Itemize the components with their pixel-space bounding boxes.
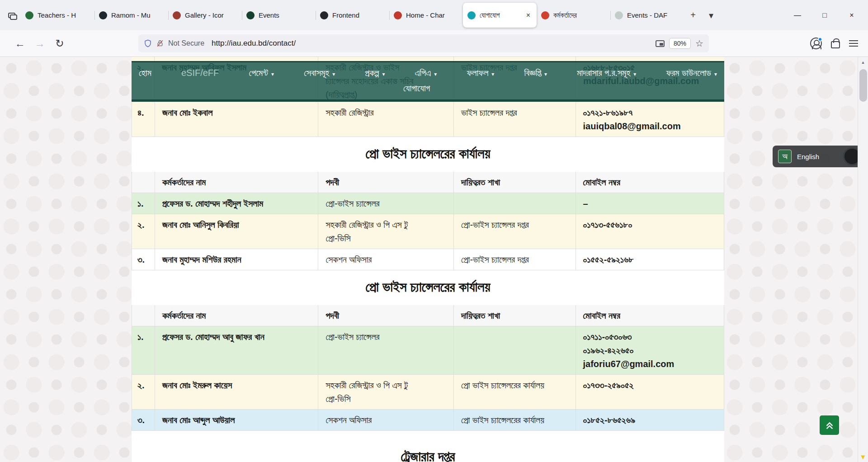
nav-projects[interactable]: প্রকল্প xyxy=(365,68,385,78)
url-text[interactable]: http://iau.edu.bd/contact/ xyxy=(212,39,651,48)
table-header-row: কর্মকর্তাদের নাম পদবী দায়িত্বরত শাখা মো… xyxy=(132,172,724,193)
tab-favicon xyxy=(615,11,623,19)
tab-gallery[interactable]: Gallery - Icor xyxy=(168,0,242,30)
tab-contact-active[interactable]: যোগাযোগ × xyxy=(463,3,537,28)
translate-widget[interactable]: অ English xyxy=(773,146,858,167)
back-button[interactable]: ← xyxy=(10,34,30,52)
library-icon[interactable] xyxy=(831,41,840,48)
cell-mobile: ০১৫৫২-৫৯২১৬৮ xyxy=(576,249,724,270)
tab-frontend[interactable]: Frontend xyxy=(316,0,389,30)
nav-madrasah-list[interactable]: মাদরাসার প.র.সমূহ xyxy=(577,68,636,78)
picture-in-picture-icon[interactable] xyxy=(656,40,665,47)
tab-title: Ramom - Mu xyxy=(111,11,164,19)
header-mobile: মোবাইল নম্বর xyxy=(576,172,724,193)
cell-mobile: ০১৭৩৩-২৫৯০৫২ xyxy=(576,375,724,409)
table-row: ৩. জনাব মোঃ আব্দুল আউয়াল সেকশন অফিসার প… xyxy=(132,409,724,430)
close-tab-icon[interactable]: × xyxy=(524,11,532,20)
tab-home[interactable]: Home - Char xyxy=(389,0,463,30)
firefox-view-icon[interactable] xyxy=(3,6,21,24)
scrollbar-down-arrow[interactable]: ▼ xyxy=(858,451,868,462)
tab-events[interactable]: Events xyxy=(242,0,316,30)
scrollbar-up-arrow[interactable]: ▲ xyxy=(858,57,868,68)
vc-office-table: ৪. জনাব মোঃ ইকবাল সহকারী রেজিস্ট্রার ভাই… xyxy=(132,102,724,137)
tab-favicon xyxy=(541,11,549,19)
bookmark-star-icon[interactable]: ☆ xyxy=(695,38,703,49)
new-tab-button[interactable]: + xyxy=(684,6,702,24)
scrollbar-thumb[interactable] xyxy=(859,69,867,102)
cell-position: সহকারী রেজিস্ট্রার xyxy=(318,102,453,137)
cell-mobile: ০১৭১১-০৫৩০৬৩ ০১৯৬২-৪২২৬৫০ jaforiu67@gmai… xyxy=(576,326,724,374)
tab-favicon xyxy=(246,11,255,19)
menu-icon[interactable] xyxy=(849,40,858,47)
cell-serial: ৪. xyxy=(132,102,155,137)
navbar-row-1: হোম eSIF/eFF পেমেন্ট সেবাসমূহ প্রকল্প এপ… xyxy=(139,68,717,78)
toolbar-right-icons xyxy=(810,38,858,49)
header-serial xyxy=(132,305,155,326)
tab-favicon xyxy=(320,11,328,19)
window-controls: — □ × xyxy=(784,0,865,30)
maximize-button[interactable]: □ xyxy=(811,0,838,30)
cell-department: প্রো ভাইস চ্যান্সেলরের কার্যালয় xyxy=(453,375,576,409)
tab-title: Events xyxy=(259,11,311,19)
tab-strip: Teachers - H Ramom - Mu Gallery - Icor E… xyxy=(21,0,684,30)
cell-serial: ৩. xyxy=(132,249,155,270)
cell-name: জনাব মুহাম্মদ মশিউর রহমান xyxy=(155,249,318,270)
page-content-column: ২. জনাব মুহাম্মদ আরিফুল ইসলাম সহকারী রেজ… xyxy=(132,57,724,462)
nav-payment[interactable]: পেমেন্ট xyxy=(249,68,274,78)
tab-favicon xyxy=(25,11,33,19)
cell-name: প্রফেসর ড. মোহাম্মদ আবু জাফর খান xyxy=(155,326,318,374)
tab-title: যোগাযোগ xyxy=(480,11,520,19)
page-scrollbar[interactable]: ▲ ▼ xyxy=(858,57,868,462)
cell-mobile: ০১৭১৩-৫৫৬১৮০ xyxy=(576,214,724,249)
minimize-button[interactable]: — xyxy=(784,0,811,30)
cell-name: জনাব মোঃ আব্দুল আউয়াল xyxy=(155,410,318,430)
nav-contact[interactable]: যোগাযোগ xyxy=(403,83,430,94)
tab-title: Gallery - Icor xyxy=(185,11,237,19)
table-row: ৩. জনাব মুহাম্মদ মশিউর রহমান সেকশন অফিসা… xyxy=(132,249,724,270)
nav-services[interactable]: সেবাসমূহ xyxy=(304,68,335,78)
nav-apa[interactable]: এপিএ xyxy=(415,68,437,78)
forward-button[interactable]: → xyxy=(30,34,50,52)
profile-icon[interactable] xyxy=(810,38,822,49)
cell-serial: ৩. xyxy=(132,410,155,430)
cell-department xyxy=(453,193,576,214)
cell-position: সহকারী রেজিস্ট্রার ও পি এস টু প্রো-ভিসি xyxy=(318,375,453,409)
scroll-to-top-button[interactable] xyxy=(820,415,839,435)
close-window-button[interactable]: × xyxy=(838,0,865,30)
cell-serial: ২. xyxy=(132,375,155,409)
tab-ramom[interactable]: Ramom - Mu xyxy=(94,0,168,30)
cell-serial: ১. xyxy=(132,193,155,214)
tracking-protection-shield-icon[interactable] xyxy=(144,39,152,48)
table-row: ২. জনাব মোঃ আনিসুল কিবরিয়া সহকারী রেজিস… xyxy=(132,214,724,249)
cell-serial: ২. xyxy=(132,214,155,249)
cell-position: সেকশন অফিসার xyxy=(318,249,453,270)
tab-favicon xyxy=(467,11,476,19)
nav-notices[interactable]: বিজ্ঞপ্তি xyxy=(524,68,547,78)
cell-name: জনাব মোঃ আনিসুল কিবরিয়া xyxy=(155,214,318,249)
tab-title: Events - DAF xyxy=(627,11,679,19)
tab-title: কর্মকর্তাদের xyxy=(553,11,606,19)
nav-home[interactable]: হোম xyxy=(139,68,151,78)
zoom-level-badge[interactable]: 80% xyxy=(669,38,691,49)
security-label: Not Secure xyxy=(168,39,204,47)
cell-department: প্রো-ভাইস চ্যান্সেলর দপ্তর xyxy=(453,249,576,270)
notification-dot xyxy=(818,37,822,42)
reload-button[interactable]: ↻ xyxy=(50,34,70,52)
list-tabs-chevron-icon[interactable]: ▾ xyxy=(702,6,720,24)
cell-department: প্রো ভাইস চ্যান্সেলরের কার্যালয় xyxy=(453,410,576,430)
navbar-row-2: যোগাযোগ xyxy=(139,83,717,94)
header-zone: ২. জনাব মুহাম্মদ আরিফুল ইসলাম সহকারী রেজ… xyxy=(132,57,724,102)
tab-favicon xyxy=(99,11,107,19)
header-department: দায়িত্বরত শাখা xyxy=(453,172,576,193)
nav-results[interactable]: ফলাফল xyxy=(467,68,494,78)
tab-title: Teachers - H xyxy=(38,11,90,19)
section-title-pro-vc-1: প্রো ভাইস চ্যান্সেলরের কার্যালয় xyxy=(132,137,724,172)
tab-events-daf[interactable]: Events - DAF xyxy=(610,0,684,30)
url-bar[interactable]: Not Secure http://iau.edu.bd/contact/ 80… xyxy=(138,34,709,52)
tab-officials[interactable]: কর্মকর্তাদের xyxy=(537,0,610,30)
tab-teachers[interactable]: Teachers - H xyxy=(21,0,94,30)
nav-form-download[interactable]: ফরম ডাউনলোড xyxy=(666,68,717,78)
table-row: ১. প্রফেসর ড. মোহাম্মদ শহীদুল ইসলাম প্রো… xyxy=(132,193,724,214)
tab-favicon xyxy=(394,11,402,19)
nav-esif[interactable]: eSIF/eFF xyxy=(181,68,219,78)
